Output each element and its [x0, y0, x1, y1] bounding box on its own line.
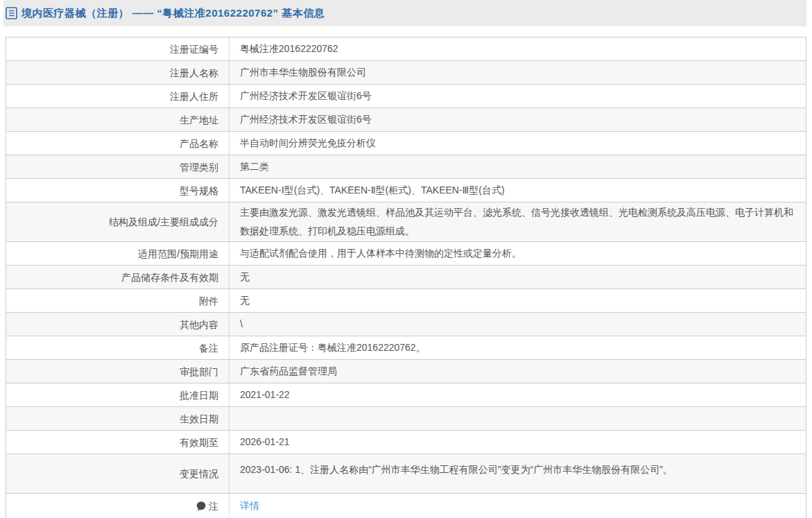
table-row: 管理类别 第二类 [6, 155, 806, 179]
document-icon [6, 7, 17, 19]
page-title: 境内医疗器械（注册） —— “粤械注准20162220762” 基本信息 [21, 7, 325, 20]
row-value: 2021-01-22 [230, 383, 806, 406]
row-value: 2026-01-21 [230, 431, 806, 454]
row-label: 附件 [6, 289, 230, 312]
table-row: 适用范围/预期用途 与适配试剂配合使用，用于人体样本中待测物的定性或定量分析。 [6, 242, 806, 266]
table-row: 其他内容 \ [6, 313, 806, 336]
row-label: 产品名称 [6, 132, 230, 155]
table-row: 注册人名称 广州市丰华生物股份有限公司 [6, 61, 806, 85]
table-row: 生产地址 广州经济技术开发区银谊街6号 [6, 108, 806, 132]
row-value: 广州经济技术开发区银谊街6号 [230, 108, 806, 131]
row-value [230, 407, 806, 430]
row-value: 第二类 [230, 155, 806, 178]
row-value: 广州市丰华生物股份有限公司 [230, 61, 806, 84]
row-label: 备注 [6, 336, 230, 359]
table-row: 备注 原产品注册证号：粤械注准20162220762。 [6, 336, 806, 360]
table-row: 产品储存条件及有效期 无 [6, 266, 806, 289]
row-label: 注册证编号 [6, 37, 230, 60]
info-table: 注册证编号 粤械注准20162220762 注册人名称 广州市丰华生物股份有限公… [6, 37, 806, 518]
row-value: 无 [230, 289, 806, 312]
row-label: 型号规格 [6, 179, 230, 202]
row-value: 主要由激发光源、激发光透镜组、样品池及其运动平台、滤光系统、信号光接收透镜组、光… [230, 202, 806, 241]
page-header: 境内医疗器械（注册） —— “粤械注准20162220762” 基本信息 [3, 0, 806, 26]
row-label: 有效期至 [6, 431, 230, 454]
row-label: 生产地址 [6, 108, 230, 131]
row-value: TAKEEN-Ⅰ型(台式)、TAKEEN-Ⅱ型(柜式)、TAKEEN-Ⅲ型(台式… [230, 179, 806, 202]
note-label-text: 注 [209, 499, 218, 513]
row-value: 详情 [230, 494, 806, 518]
row-value: \ [230, 313, 806, 336]
row-value: 广州经济技术开发区银谊街6号 [230, 85, 806, 107]
table-row: 注册人住所 广州经济技术开发区银谊街6号 [6, 85, 806, 108]
row-label-note: 注 [6, 494, 230, 518]
table-row: 产品名称 半自动时间分辨荧光免疫分析仪 [6, 132, 806, 155]
table-row: 审批部门 广东省药品监督管理局 [6, 360, 806, 383]
row-label: 注册人名称 [6, 61, 230, 84]
table-row: 批准日期 2021-01-22 [6, 383, 806, 407]
comment-balloon-icon [196, 501, 206, 511]
table-row: 注册证编号 粤械注准20162220762 [6, 37, 806, 61]
row-label: 管理类别 [6, 155, 230, 178]
row-label: 变更情况 [6, 454, 230, 493]
details-link[interactable]: 详情 [240, 497, 259, 515]
row-value: 广东省药品监督管理局 [230, 360, 806, 383]
row-value: 与适配试剂配合使用，用于人体样本中待测物的定性或定量分析。 [230, 242, 806, 265]
row-label: 产品储存条件及有效期 [6, 266, 230, 288]
row-label: 适用范围/预期用途 [6, 242, 230, 265]
row-label: 审批部门 [6, 360, 230, 383]
row-value: 半自动时间分辨荧光免疫分析仪 [230, 132, 806, 155]
table-row: 有效期至 2026-01-21 [6, 431, 806, 454]
row-label: 生效日期 [6, 407, 230, 430]
table-row: 生效日期 [6, 407, 806, 431]
row-label: 批准日期 [6, 383, 230, 406]
row-value: 无 [230, 266, 806, 288]
row-label: 其他内容 [6, 313, 230, 336]
row-value: 原产品注册证号：粤械注准20162220762。 [230, 336, 806, 359]
table-row: 附件 无 [6, 289, 806, 313]
row-value: 粤械注准20162220762 [230, 37, 806, 60]
row-label: 结构及组成/主要组成成分 [6, 202, 230, 241]
table-row: 结构及组成/主要组成成分 主要由激发光源、激发光透镜组、样品池及其运动平台、滤光… [6, 202, 806, 242]
table-row: 型号规格 TAKEEN-Ⅰ型(台式)、TAKEEN-Ⅱ型(柜式)、TAKEEN-… [6, 179, 806, 202]
row-label: 注册人住所 [6, 85, 230, 107]
row-value: 2023-01-06: 1、注册人名称由“广州市丰华生物工程有限公司”变更为“广… [230, 454, 806, 493]
table-row: 变更情况 2023-01-06: 1、注册人名称由“广州市丰华生物工程有限公司”… [6, 454, 806, 494]
table-row-note: 注 详情 [6, 494, 806, 518]
